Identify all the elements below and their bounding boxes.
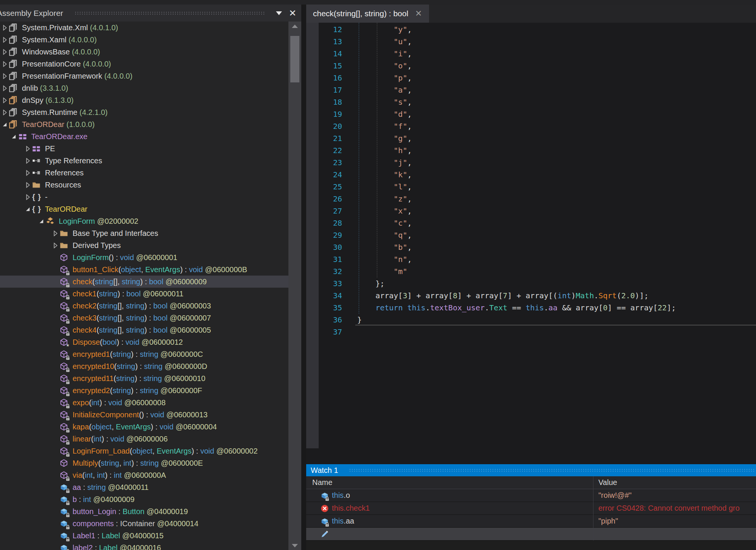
tree-item[interactable]: check1(string) : bool @06000011 [0, 288, 288, 300]
tree-item[interactable]: encrypted1(string) : string @0600000C [0, 348, 288, 360]
code-text: "h", [342, 146, 412, 155]
tree-item[interactable]: { }TearORDear [0, 203, 288, 215]
lock-icon [65, 428, 70, 433]
tree-item[interactable]: Multiply(string, int) : string @0600000E [0, 457, 288, 469]
assembly-tree: System.Private.Xml (4.0.1.0)System.Xaml … [0, 22, 288, 550]
tree-item[interactable]: dnSpy (6.1.3.0) [0, 94, 288, 106]
tree-item[interactable]: check3(string[], string) : bool @0600000… [0, 312, 288, 324]
tree-item[interactable]: TearORDear (1.0.0.0) [0, 118, 288, 130]
tree-item[interactable]: label2 : Label @04000016 [0, 542, 288, 550]
watch-row[interactable]: this.aa"piph" [306, 515, 756, 528]
watch-row[interactable]: this.o"roiw!@#" [306, 489, 756, 502]
tree-item[interactable]: components : IContainer @04000014 [0, 517, 288, 530]
method-star-icon: ★ [60, 338, 73, 347]
panel-splitter[interactable] [301, 5, 306, 550]
expander-collapsed-icon[interactable] [23, 168, 32, 177]
method-lock-icon [60, 386, 73, 395]
expander-collapsed-icon[interactable] [0, 59, 9, 68]
tree-item[interactable]: kapa(object, EventArgs) : void @06000004 [0, 421, 288, 433]
tab-check-method[interactable]: check(string[], string) : bool ✕ [306, 5, 429, 23]
expander-none [51, 422, 60, 431]
scroll-down-icon[interactable] [288, 541, 301, 550]
scroll-up-icon[interactable] [288, 22, 301, 31]
watch-row[interactable] [306, 528, 756, 541]
tree-item[interactable]: check4(string[], string) : bool @0600000… [0, 324, 288, 336]
assembly-orange-icon [9, 120, 22, 129]
tree-item-label: encrypted1(string) : string @0600000C [73, 350, 203, 359]
line-number: 26 [306, 194, 342, 203]
tree-item[interactable]: Label1 : Label @04000015 [0, 530, 288, 542]
tree-item[interactable]: check2(string[], string) : bool @0600000… [0, 300, 288, 312]
watch-header-grip[interactable] [349, 468, 754, 473]
expander-collapsed-icon[interactable] [0, 108, 9, 117]
tree-item[interactable]: System.Runtime (4.2.1.0) [0, 106, 288, 118]
tree-item[interactable]: PresentationCore (4.0.0.0) [0, 58, 288, 70]
expander-collapsed-icon[interactable] [23, 156, 32, 165]
tree-item[interactable]: InitializeComponent() : void @06000013 [0, 409, 288, 421]
tree-item-label: LoginForm_Load(object, EventArgs) : void… [73, 447, 258, 455]
expander-collapsed-icon[interactable] [51, 229, 60, 238]
column-header-value[interactable]: Value [598, 476, 617, 489]
tree-item[interactable]: encrypted2(string) : string @0600000F [0, 384, 288, 397]
tree-item[interactable]: aa : string @04000011 [0, 481, 288, 493]
expander-collapsed-icon[interactable] [23, 192, 32, 201]
expander-collapsed-icon[interactable] [0, 71, 9, 81]
tree-item[interactable]: linear(int) : void @06000006 [0, 433, 288, 445]
tree-item[interactable]: expo(int) : void @06000008 [0, 397, 288, 409]
expander-none [51, 531, 60, 540]
expander-collapsed-icon[interactable] [23, 180, 32, 189]
close-icon[interactable]: ✕ [415, 9, 422, 19]
close-icon[interactable]: ✕ [287, 8, 298, 19]
folder-icon [60, 229, 73, 238]
expander-collapsed-icon[interactable] [23, 144, 32, 153]
tree-item[interactable]: PresentationFramework (4.0.0.0) [0, 70, 288, 82]
watch-panel-header[interactable]: Watch 1 [306, 464, 756, 476]
expander-collapsed-icon[interactable] [0, 35, 9, 44]
tree-item[interactable]: encrypted11(string) : string @06000010 [0, 372, 288, 384]
tree-item[interactable]: System.Xaml (4.0.0.0) [0, 34, 288, 46]
tree-item[interactable]: Base Type and Interfaces [0, 227, 288, 239]
tree-item[interactable]: PE [0, 143, 288, 155]
tree-item[interactable]: WindowsBase (4.0.0.0) [0, 46, 288, 58]
expander-expanded-icon[interactable] [23, 205, 32, 214]
code-text: "k", [342, 170, 412, 179]
tree-item[interactable]: dnlib (3.3.1.0) [0, 82, 288, 94]
line-number: 20 [306, 122, 342, 131]
tree-item[interactable]: check(string[], string) : bool @06000009 [0, 276, 288, 288]
tree-item[interactable]: b : int @04000009 [0, 493, 288, 505]
tree-item[interactable]: LoginForm @02000002 [0, 215, 288, 227]
tree-scrollbar[interactable] [288, 22, 301, 550]
tree-item[interactable]: Resources [0, 179, 288, 191]
tree-item[interactable]: Type References [0, 155, 288, 167]
tree-item[interactable]: LoginForm() : void @06000001 [0, 251, 288, 263]
expander-collapsed-icon[interactable] [0, 23, 9, 32]
chevron-down-icon[interactable] [273, 8, 285, 19]
column-divider[interactable] [593, 476, 593, 541]
expander-collapsed-icon[interactable] [51, 241, 60, 250]
tree-item[interactable]: button1_Click(object, EventArgs) : void … [0, 263, 288, 276]
expander-expanded-icon[interactable] [9, 132, 19, 141]
tree-item[interactable]: References [0, 167, 288, 179]
tree-item[interactable]: { }- [0, 191, 288, 203]
expander-collapsed-icon[interactable] [0, 84, 9, 93]
tree-item[interactable]: button_Login : Button @04000019 [0, 505, 288, 517]
tree-item[interactable]: ★Dispose(bool) : void @06000012 [0, 336, 288, 348]
lock-icon [65, 537, 70, 542]
titlebar-grip[interactable] [74, 11, 264, 15]
scrollbar-thumb[interactable] [290, 36, 299, 82]
expander-expanded-icon[interactable] [37, 217, 46, 226]
watch-row[interactable]: this.check1error CS0428: Cannot convert … [306, 502, 756, 515]
tree-item-label: dnlib (3.3.1.0) [22, 84, 68, 93]
tree-item[interactable]: System.Private.Xml (4.0.1.0) [0, 22, 288, 34]
tree-item[interactable]: via(int, int) : int @0600000A [0, 469, 288, 481]
tree-item[interactable]: Derived Types [0, 239, 288, 251]
expander-expanded-icon[interactable] [0, 120, 9, 129]
expander-collapsed-icon[interactable] [0, 96, 9, 105]
column-header-name[interactable]: Name [312, 476, 332, 489]
tree-item[interactable]: encrypted10(string) : string @0600000D [0, 360, 288, 372]
tree-item[interactable]: LoginForm_Load(object, EventArgs) : void… [0, 445, 288, 457]
code-text: "i", [342, 49, 412, 58]
tree-item[interactable]: TearORDear.exe [0, 130, 288, 143]
expander-collapsed-icon[interactable] [0, 47, 9, 56]
code-editor[interactable]: 12 "y",13 "u",14 "i",15 "o",16 "p",17 "a… [306, 23, 756, 448]
